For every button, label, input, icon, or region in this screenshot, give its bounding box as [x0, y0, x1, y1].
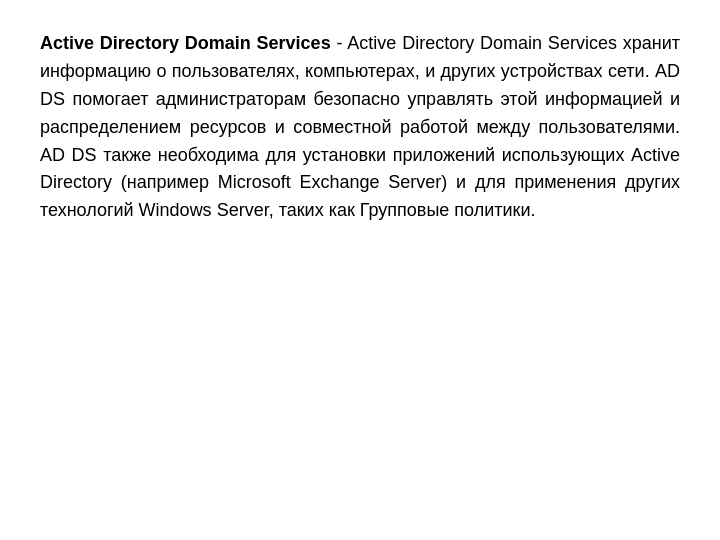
main-content-block: Active Directory Domain Services - Activ… [40, 30, 680, 225]
body-text: - Active Directory Domain Services храни… [40, 33, 680, 220]
bold-title: Active Directory Domain Services [40, 33, 331, 53]
description-paragraph: Active Directory Domain Services - Activ… [40, 30, 680, 225]
